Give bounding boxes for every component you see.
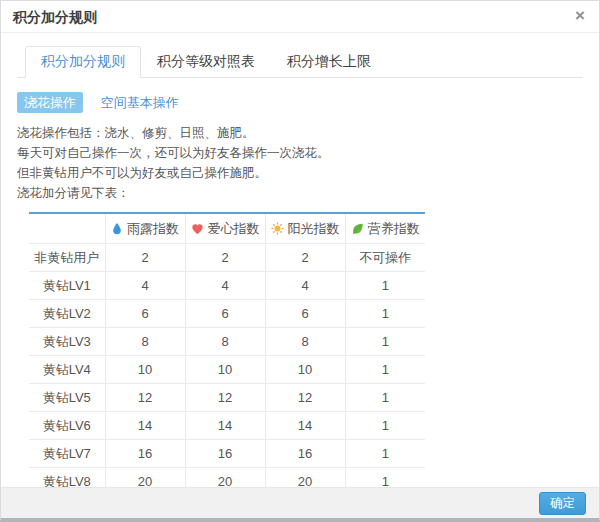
table-row: 黄钻LV38881 <box>29 328 425 356</box>
table-cell: 6 <box>185 300 265 328</box>
table-cell: 8 <box>265 328 345 356</box>
table-cell: 10 <box>185 356 265 384</box>
dialog-titlebar: 积分加分规则 × <box>1 1 599 33</box>
close-icon[interactable]: × <box>575 1 585 31</box>
heart-icon <box>191 223 204 238</box>
table-cell: 4 <box>185 272 265 300</box>
tab-points-level-table[interactable]: 积分等级对照表 <box>141 46 271 78</box>
table-cell: 14 <box>265 412 345 440</box>
header-label: 阳光指数 <box>288 221 340 236</box>
description-line: 浇花操作包括：浇水、修剪、日照、施肥。 <box>17 123 583 143</box>
table-cell: 1 <box>345 356 425 384</box>
header-cell-rain: 雨露指数 <box>105 213 185 244</box>
table-cell: 10 <box>105 356 185 384</box>
table-cell: 12 <box>105 384 185 412</box>
table-cell: 4 <box>105 272 185 300</box>
subtab-watering-operations[interactable]: 浇花操作 <box>17 92 83 113</box>
table-cell: 2 <box>265 244 345 272</box>
table-header-row: 雨露指数 爱心指数 阳光指数 营养指数 <box>29 213 425 244</box>
description-line: 浇花加分请见下表： <box>17 183 583 203</box>
table-cell: 1 <box>345 328 425 356</box>
sun-icon <box>271 222 284 238</box>
table-row: 黄钻LV26661 <box>29 300 425 328</box>
tab-bar: 积分加分规则 积分等级对照表 积分增长上限 <box>17 46 583 78</box>
table-row: 黄钻LV41010101 <box>29 356 425 384</box>
header-cell-sun: 阳光指数 <box>265 213 345 244</box>
header-label: 营养指数 <box>368 221 420 236</box>
table-row: 黄钻LV51212121 <box>29 384 425 412</box>
table-cell: 1 <box>345 272 425 300</box>
header-cell-love: 爱心指数 <box>185 213 265 244</box>
tab-points-bonus-rules[interactable]: 积分加分规则 <box>25 46 141 78</box>
table-cell: 1 <box>345 412 425 440</box>
table-cell: 12 <box>185 384 265 412</box>
header-label: 爱心指数 <box>208 221 260 236</box>
table-cell: 12 <box>265 384 345 412</box>
row-label: 黄钻LV1 <box>29 272 105 300</box>
table-cell: 2 <box>105 244 185 272</box>
table-row: 非黄钻用户222不可操作 <box>29 244 425 272</box>
row-label: 黄钻LV2 <box>29 300 105 328</box>
header-label: 雨露指数 <box>127 221 179 236</box>
table-cell: 4 <box>265 272 345 300</box>
points-rules-dialog: 积分加分规则 × 积分加分规则 积分等级对照表 积分增长上限 浇花操作 空间基本… <box>0 0 600 522</box>
table-cell: 14 <box>185 412 265 440</box>
description-line: 但非黄钻用户不可以为好友或自己操作施肥。 <box>17 163 583 183</box>
table-row: 黄钻LV71616161 <box>29 440 425 468</box>
leaf-icon <box>351 223 364 238</box>
table-cell: 6 <box>265 300 345 328</box>
confirm-button[interactable]: 确定 <box>539 492 586 515</box>
table-cell: 6 <box>105 300 185 328</box>
table-cell: 16 <box>105 440 185 468</box>
description-block: 浇花操作包括：浇水、修剪、日照、施肥。 每天可对自己操作一次，还可以为好友各操作… <box>17 123 583 203</box>
table-row: 黄钻LV61414141 <box>29 412 425 440</box>
table-row: 黄钻LV14441 <box>29 272 425 300</box>
tab-points-growth-limit[interactable]: 积分增长上限 <box>271 46 387 78</box>
table-cell: 10 <box>265 356 345 384</box>
table-cell: 不可操作 <box>345 244 425 272</box>
sub-tab-row: 浇花操作 空间基本操作 <box>17 94 583 112</box>
points-table: 雨露指数 爱心指数 阳光指数 营养指数 非黄钻用户222不可操作黄钻LV1444… <box>29 212 425 496</box>
header-cell-nutrition: 营养指数 <box>345 213 425 244</box>
table-cell: 16 <box>265 440 345 468</box>
table-cell: 1 <box>345 384 425 412</box>
row-label: 黄钻LV5 <box>29 384 105 412</box>
table-cell: 1 <box>345 300 425 328</box>
subtab-space-basic-operations[interactable]: 空间基本操作 <box>101 95 179 110</box>
dialog-footer: 确定 <box>1 487 599 518</box>
table-cell: 14 <box>105 412 185 440</box>
table-cell: 8 <box>105 328 185 356</box>
table-cell: 2 <box>185 244 265 272</box>
table-body: 非黄钻用户222不可操作黄钻LV14441黄钻LV26661黄钻LV38881黄… <box>29 244 425 496</box>
dialog-body: 积分加分规则 积分等级对照表 积分增长上限 浇花操作 空间基本操作 浇花操作包括… <box>1 33 599 496</box>
table-cell: 16 <box>185 440 265 468</box>
row-label: 黄钻LV4 <box>29 356 105 384</box>
row-label: 黄钻LV6 <box>29 412 105 440</box>
water-drop-icon <box>111 222 123 238</box>
table-cell: 8 <box>185 328 265 356</box>
dialog-title: 积分加分规则 <box>13 9 97 25</box>
description-line: 每天可对自己操作一次，还可以为好友各操作一次浇花。 <box>17 143 583 163</box>
row-label: 非黄钻用户 <box>29 244 105 272</box>
header-cell-empty <box>29 213 105 244</box>
row-label: 黄钻LV7 <box>29 440 105 468</box>
row-label: 黄钻LV3 <box>29 328 105 356</box>
table-cell: 1 <box>345 440 425 468</box>
